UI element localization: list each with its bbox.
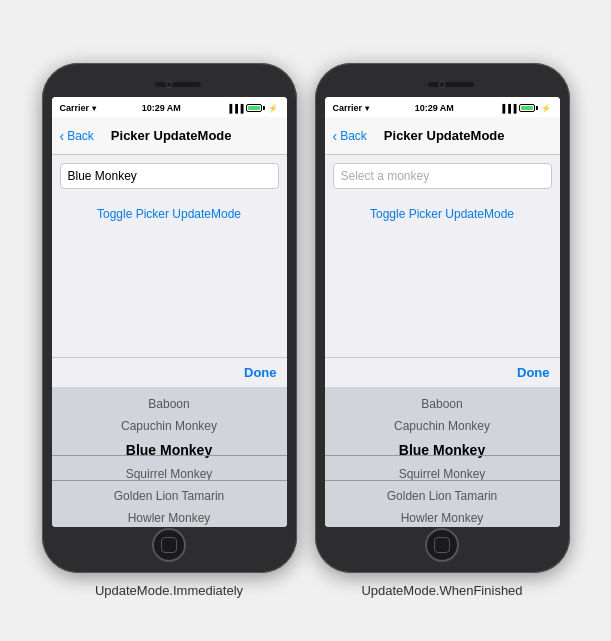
toggle-picker-link[interactable]: Toggle Picker UpdateMode [325,197,560,231]
battery-body [246,104,262,112]
nav-title: Picker UpdateMode [64,128,279,143]
picker-item[interactable]: Blue Monkey [325,437,560,463]
phone-bottom [52,527,287,563]
status-time: 10:29 AM [142,103,181,113]
status-left: Carrier ▾ [60,103,97,113]
phone-screen: Carrier ▾ 10:29 AM ▐▐▐ ⚡ [52,97,287,527]
picker-item[interactable]: Capuchin Monkey [52,415,287,437]
done-button[interactable]: Done [244,365,277,380]
signal-bars: ▐▐▐ [226,104,243,113]
signal-bars: ▐▐▐ [499,104,516,113]
phone-bottom [325,527,560,563]
status-bar: Carrier ▾ 10:29 AM ▐▐▐ ⚡ [325,97,560,117]
picker-item[interactable]: Howler Monkey [325,507,560,527]
nav-bar: ‹ Back Picker UpdateMode [52,117,287,155]
picker-area[interactable]: Baboon Capuchin Monkey Blue Monkey Squir… [325,387,560,527]
phone-speaker [155,82,201,87]
done-bar: Done [52,357,287,387]
home-button[interactable] [152,528,186,562]
phone-immediately: Carrier ▾ 10:29 AM ▐▐▐ ⚡ [42,63,297,573]
battery-indicator [246,104,265,112]
phone-camera [439,81,446,88]
phone-label-whenfinished: UpdateMode.WhenFinished [361,583,522,598]
picker-item[interactable]: Squirrel Monkey [52,463,287,485]
text-field-area: Select a monkey [325,155,560,197]
picker-item[interactable]: Golden Lion Tamarin [52,485,287,507]
done-bar: Done [325,357,560,387]
battery-tip [263,106,265,110]
phone-camera [166,81,173,88]
phone-label-immediately: UpdateMode.Immediately [95,583,243,598]
picker-area[interactable]: Baboon Capuchin Monkey Blue Monkey Squir… [52,387,287,527]
status-bar: Carrier ▾ 10:29 AM ▐▐▐ ⚡ [52,97,287,117]
wifi-icon: ▾ [92,104,96,113]
nav-bar: ‹ Back Picker UpdateMode [325,117,560,155]
nav-title: Picker UpdateMode [337,128,552,143]
wifi-icon: ▾ [365,104,369,113]
picker-item[interactable]: Blue Monkey [52,437,287,463]
carrier-label: Carrier [60,103,90,113]
toggle-picker-link[interactable]: Toggle Picker UpdateMode [52,197,287,231]
charging-icon: ⚡ [268,104,278,113]
battery-indicator [519,104,538,112]
status-left: Carrier ▾ [333,103,370,113]
monkey-text-field[interactable]: Select a monkey [333,163,552,189]
battery-fill [248,106,259,110]
phone-speaker [428,82,474,87]
charging-icon: ⚡ [541,104,551,113]
monkey-text-field[interactable]: Blue Monkey [60,163,279,189]
phone-wrapper-immediately: Carrier ▾ 10:29 AM ▐▐▐ ⚡ [42,63,297,598]
content-spacer [52,231,287,357]
home-button[interactable] [425,528,459,562]
picker-item[interactable]: Squirrel Monkey [325,463,560,485]
phone-top-bar [325,73,560,95]
picker-item[interactable]: Baboon [52,393,287,415]
content-spacer [325,231,560,357]
phone-whenfinished: Carrier ▾ 10:29 AM ▐▐▐ ⚡ [315,63,570,573]
phone-top-bar [52,73,287,95]
home-button-inner [434,537,450,553]
battery-tip [536,106,538,110]
status-right: ▐▐▐ ⚡ [499,104,551,113]
text-field-area: Blue Monkey [52,155,287,197]
done-button[interactable]: Done [517,365,550,380]
picker-item[interactable]: Capuchin Monkey [325,415,560,437]
phones-container: Carrier ▾ 10:29 AM ▐▐▐ ⚡ [32,43,580,598]
status-time: 10:29 AM [415,103,454,113]
battery-body [519,104,535,112]
carrier-label: Carrier [333,103,363,113]
phone-wrapper-whenfinished: Carrier ▾ 10:29 AM ▐▐▐ ⚡ [315,63,570,598]
home-button-inner [161,537,177,553]
phone-screen: Carrier ▾ 10:29 AM ▐▐▐ ⚡ [325,97,560,527]
picker-items: Baboon Capuchin Monkey Blue Monkey Squir… [52,387,287,527]
picker-item[interactable]: Baboon [325,393,560,415]
picker-item[interactable]: Golden Lion Tamarin [325,485,560,507]
picker-items: Baboon Capuchin Monkey Blue Monkey Squir… [325,387,560,527]
picker-item[interactable]: Howler Monkey [52,507,287,527]
status-right: ▐▐▐ ⚡ [226,104,278,113]
battery-fill [521,106,532,110]
